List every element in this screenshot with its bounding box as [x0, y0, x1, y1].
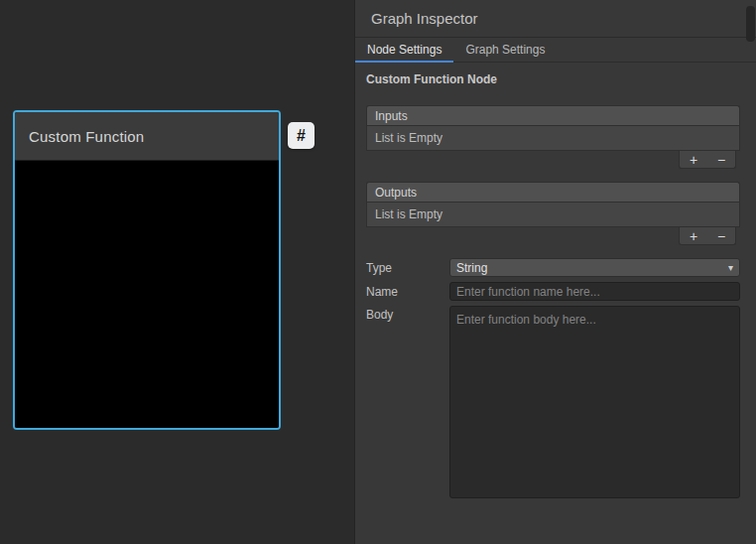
outputs-list-header-label: Outputs — [375, 186, 417, 200]
tab-node-settings[interactable]: Node Settings — [355, 38, 453, 62]
custom-function-node[interactable]: Custom Function — [13, 110, 281, 430]
inputs-list-header-label: Inputs — [375, 109, 408, 123]
panel-title: Graph Inspector — [371, 10, 478, 27]
inspector-tabs: Node Settings Graph Settings — [355, 38, 756, 63]
type-dropdown[interactable]: String ▾ — [449, 258, 740, 277]
inputs-add-button[interactable]: + — [683, 152, 704, 168]
function-name-input[interactable] — [449, 282, 740, 301]
body-label: Body — [366, 306, 449, 322]
outputs-remove-button[interactable]: − — [710, 228, 732, 244]
inputs-list-footer: + − — [366, 151, 740, 169]
outputs-add-button[interactable]: + — [683, 228, 704, 244]
inputs-list-header: Inputs — [366, 105, 740, 125]
name-label: Name — [366, 285, 449, 299]
node-body — [15, 161, 279, 430]
tab-node-settings-label: Node Settings — [367, 43, 441, 57]
outputs-list-footer: + − — [366, 227, 740, 245]
section-title: Custom Function Node — [366, 72, 740, 86]
hash-badge-icon[interactable]: # — [288, 122, 315, 149]
panel-scrollbar[interactable] — [746, 4, 755, 540]
inputs-list-empty-row: List is Empty — [366, 125, 740, 151]
inputs-empty-label: List is Empty — [375, 131, 442, 145]
function-form: Type String ▾ Name Body — [366, 258, 740, 498]
scrollbar-thumb[interactable] — [746, 6, 755, 42]
tab-graph-settings[interactable]: Graph Settings — [453, 38, 557, 62]
tab-graph-settings-label: Graph Settings — [465, 43, 545, 57]
panel-header[interactable]: Graph Inspector — [355, 0, 756, 38]
node-title: Custom Function — [29, 128, 144, 145]
chevron-down-icon: ▾ — [728, 262, 733, 273]
body-row: Body — [366, 306, 740, 498]
type-label: Type — [366, 261, 449, 275]
name-row: Name — [366, 282, 740, 301]
outputs-list: Outputs List is Empty + − — [366, 182, 740, 245]
outputs-empty-label: List is Empty — [375, 207, 442, 221]
inputs-remove-button[interactable]: − — [710, 152, 732, 168]
app-window: Custom Function # Graph Inspector Node S… — [0, 0, 756, 544]
outputs-list-header: Outputs — [366, 182, 740, 202]
node-title-bar[interactable]: Custom Function — [15, 112, 279, 161]
function-body-textarea[interactable] — [449, 306, 740, 498]
inputs-footer-buttons: + − — [679, 151, 736, 169]
type-row: Type String ▾ — [366, 258, 740, 277]
outputs-list-empty-row: List is Empty — [366, 202, 740, 227]
inputs-list: Inputs List is Empty + − — [366, 105, 740, 169]
graph-inspector-panel: Graph Inspector Node Settings Graph Sett… — [354, 0, 756, 544]
type-dropdown-value: String — [456, 261, 487, 275]
inspector-content: Custom Function Node Inputs List is Empt… — [355, 72, 756, 498]
graph-canvas[interactable]: Custom Function # — [0, 0, 354, 544]
outputs-footer-buttons: + − — [679, 227, 736, 245]
